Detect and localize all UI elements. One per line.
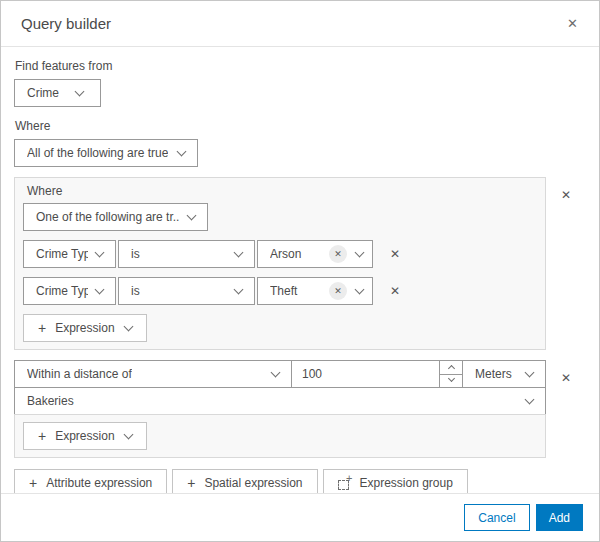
add-expression-group-button[interactable]: + Expression group — [323, 469, 468, 493]
group-remove-column: ✕ — [546, 177, 586, 205]
operator-select[interactable]: is — [118, 240, 255, 268]
chevron-up-icon — [447, 365, 454, 372]
chevron-down-icon — [123, 429, 133, 439]
add-expression-label: Expression — [55, 321, 114, 335]
attribute-expression-label: Attribute expression — [46, 476, 152, 490]
distance-input[interactable] — [292, 361, 439, 387]
plus-icon: + — [38, 428, 46, 444]
stepper-up-icon[interactable] — [440, 361, 462, 374]
field-value: Crime Type — [36, 284, 88, 298]
clear-value-icon[interactable]: ✕ — [329, 245, 347, 263]
value-combobox[interactable]: Theft ✕ — [257, 277, 373, 305]
chevron-down-icon — [355, 284, 365, 294]
add-expression-button[interactable]: + Expression — [23, 314, 147, 342]
expression-group: Where One of the following are tr... Cri… — [14, 177, 546, 350]
plus-icon: + — [38, 320, 46, 336]
chevron-down-icon — [525, 394, 535, 404]
distance-stepper — [439, 361, 462, 387]
group-match-operator-value: One of the following are tr... — [36, 210, 180, 224]
field-select[interactable]: Crime Type — [23, 277, 116, 305]
dialog-header: Query builder ✕ — [1, 1, 599, 47]
spatial-expression-group: Within a distance of Meters — [14, 360, 546, 458]
chevron-down-icon — [75, 86, 85, 96]
unit-value: Meters — [475, 367, 512, 381]
stepper-down-icon[interactable] — [440, 374, 462, 388]
unit-select[interactable]: Meters — [462, 360, 546, 388]
operator-value: is — [131, 247, 140, 261]
group-remove-column: ✕ — [546, 360, 586, 388]
add-expression-button[interactable]: + Expression — [23, 422, 147, 450]
cancel-button[interactable]: Cancel — [464, 504, 529, 531]
value-combobox[interactable]: Arson ✕ — [257, 240, 373, 268]
spatial-expression-row: Within a distance of Meters — [14, 360, 586, 458]
spatial-operator-select[interactable]: Within a distance of — [14, 360, 292, 388]
group-match-operator-select[interactable]: One of the following are tr... — [23, 203, 208, 231]
remove-group-icon[interactable]: ✕ — [557, 185, 575, 205]
chevron-down-icon — [95, 247, 105, 257]
match-operator-value: All of the following are true — [27, 146, 168, 160]
operator-value: is — [131, 284, 140, 298]
chevron-down-icon — [123, 321, 133, 331]
chevron-down-icon — [271, 367, 281, 377]
expression-group-row: Where One of the following are tr... Cri… — [14, 177, 586, 350]
where-label: Where — [15, 119, 586, 133]
remove-expression-icon[interactable]: ✕ — [386, 244, 404, 264]
add-button[interactable]: Add — [536, 504, 583, 531]
plus-icon: + — [187, 475, 195, 491]
dialog-footer: Cancel Add — [1, 493, 599, 541]
source-layer-value: Crime — [27, 86, 59, 100]
value-text: Theft — [270, 284, 325, 298]
target-layer-select[interactable]: Bakeries — [14, 387, 546, 415]
value-text: Arson — [270, 247, 325, 261]
target-layer-value: Bakeries — [27, 394, 74, 408]
expression-row: Crime Type is Arson ✕ ✕ — [23, 240, 537, 268]
chevron-down-icon — [177, 146, 187, 156]
query-builder-dialog: Query builder ✕ Find features from Crime… — [0, 0, 600, 542]
chevron-down-icon — [447, 375, 454, 382]
plus-icon: + — [29, 475, 37, 491]
add-expression-label: Expression — [55, 429, 114, 443]
chevron-down-icon — [95, 284, 105, 294]
spatial-operator-value: Within a distance of — [27, 367, 132, 381]
expression-group-label: Expression group — [360, 476, 453, 490]
remove-expression-icon[interactable]: ✕ — [386, 281, 404, 301]
add-spatial-expression-button[interactable]: + Spatial expression — [172, 469, 317, 493]
spatial-expression-label: Spatial expression — [204, 476, 302, 490]
find-features-from-label: Find features from — [15, 59, 586, 73]
expression-actions: + Attribute expression + Spatial express… — [14, 469, 586, 493]
chevron-down-icon — [355, 247, 365, 257]
expression-row: Crime Type is Theft ✕ ✕ — [23, 277, 537, 305]
spatial-operator-row: Within a distance of Meters — [14, 360, 546, 388]
page-title: Query builder — [21, 15, 111, 32]
distance-input-wrap — [291, 360, 463, 388]
field-value: Crime Type — [36, 247, 88, 261]
expression-group-icon: + — [338, 477, 352, 490]
source-layer-select[interactable]: Crime — [14, 79, 101, 107]
dialog-body: Find features from Crime Where All of th… — [1, 47, 599, 493]
chevron-down-icon — [187, 210, 197, 220]
close-icon[interactable]: ✕ — [563, 13, 582, 34]
spatial-group-footer: + Expression — [14, 414, 546, 458]
chevron-down-icon — [234, 284, 244, 294]
match-operator-select[interactable]: All of the following are true — [14, 139, 198, 167]
remove-spatial-group-icon[interactable]: ✕ — [557, 368, 575, 388]
chevron-down-icon — [234, 247, 244, 257]
chevron-down-icon — [525, 367, 535, 377]
group-where-label: Where — [27, 184, 537, 198]
clear-value-icon[interactable]: ✕ — [329, 282, 347, 300]
add-attribute-expression-button[interactable]: + Attribute expression — [14, 469, 167, 493]
operator-select[interactable]: is — [118, 277, 255, 305]
field-select[interactable]: Crime Type — [23, 240, 116, 268]
